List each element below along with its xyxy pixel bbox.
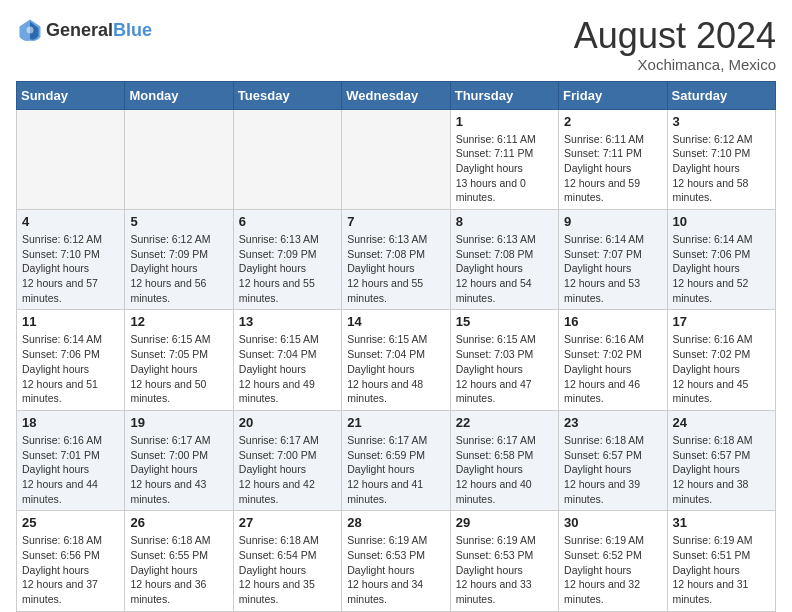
calendar-day-cell: 13 Sunrise: 6:15 AM Sunset: 7:04 PM Dayl… xyxy=(233,310,341,410)
calendar-day-cell: 18 Sunrise: 6:16 AM Sunset: 7:01 PM Dayl… xyxy=(17,410,125,510)
day-info: Sunrise: 6:17 AM Sunset: 7:00 PM Dayligh… xyxy=(130,433,227,506)
weekday-header-friday: Friday xyxy=(559,81,667,109)
logo-blue: Blue xyxy=(113,20,152,40)
day-number: 14 xyxy=(347,314,444,329)
calendar-day-cell xyxy=(233,109,341,209)
day-number: 26 xyxy=(130,515,227,530)
day-number: 1 xyxy=(456,114,553,129)
calendar-day-cell: 30 Sunrise: 6:19 AM Sunset: 6:52 PM Dayl… xyxy=(559,511,667,611)
day-info: Sunrise: 6:19 AM Sunset: 6:51 PM Dayligh… xyxy=(673,533,770,606)
day-info: Sunrise: 6:13 AM Sunset: 7:08 PM Dayligh… xyxy=(347,232,444,305)
day-info: Sunrise: 6:13 AM Sunset: 7:08 PM Dayligh… xyxy=(456,232,553,305)
logo: GeneralBlue xyxy=(16,16,152,44)
calendar-day-cell: 2 Sunrise: 6:11 AM Sunset: 7:11 PM Dayli… xyxy=(559,109,667,209)
day-info: Sunrise: 6:12 AM Sunset: 7:10 PM Dayligh… xyxy=(22,232,119,305)
calendar-day-cell xyxy=(125,109,233,209)
calendar-day-cell: 10 Sunrise: 6:14 AM Sunset: 7:06 PM Dayl… xyxy=(667,210,775,310)
day-info: Sunrise: 6:18 AM Sunset: 6:54 PM Dayligh… xyxy=(239,533,336,606)
day-number: 28 xyxy=(347,515,444,530)
day-number: 6 xyxy=(239,214,336,229)
day-number: 10 xyxy=(673,214,770,229)
day-number: 31 xyxy=(673,515,770,530)
day-number: 3 xyxy=(673,114,770,129)
calendar-day-cell: 12 Sunrise: 6:15 AM Sunset: 7:05 PM Dayl… xyxy=(125,310,233,410)
calendar-day-cell: 16 Sunrise: 6:16 AM Sunset: 7:02 PM Dayl… xyxy=(559,310,667,410)
day-number: 25 xyxy=(22,515,119,530)
location-subtitle: Xochimanca, Mexico xyxy=(574,56,776,73)
calendar-day-cell: 5 Sunrise: 6:12 AM Sunset: 7:09 PM Dayli… xyxy=(125,210,233,310)
weekday-header-tuesday: Tuesday xyxy=(233,81,341,109)
day-info: Sunrise: 6:17 AM Sunset: 7:00 PM Dayligh… xyxy=(239,433,336,506)
day-number: 29 xyxy=(456,515,553,530)
calendar-week-row: 4 Sunrise: 6:12 AM Sunset: 7:10 PM Dayli… xyxy=(17,210,776,310)
day-info: Sunrise: 6:15 AM Sunset: 7:04 PM Dayligh… xyxy=(239,332,336,405)
calendar-day-cell: 21 Sunrise: 6:17 AM Sunset: 6:59 PM Dayl… xyxy=(342,410,450,510)
day-number: 20 xyxy=(239,415,336,430)
day-info: Sunrise: 6:18 AM Sunset: 6:57 PM Dayligh… xyxy=(564,433,661,506)
day-number: 30 xyxy=(564,515,661,530)
day-info: Sunrise: 6:16 AM Sunset: 7:02 PM Dayligh… xyxy=(564,332,661,405)
calendar-week-row: 18 Sunrise: 6:16 AM Sunset: 7:01 PM Dayl… xyxy=(17,410,776,510)
calendar-day-cell: 7 Sunrise: 6:13 AM Sunset: 7:08 PM Dayli… xyxy=(342,210,450,310)
calendar-day-cell: 25 Sunrise: 6:18 AM Sunset: 6:56 PM Dayl… xyxy=(17,511,125,611)
day-number: 27 xyxy=(239,515,336,530)
day-info: Sunrise: 6:11 AM Sunset: 7:11 PM Dayligh… xyxy=(564,132,661,205)
calendar-day-cell: 31 Sunrise: 6:19 AM Sunset: 6:51 PM Dayl… xyxy=(667,511,775,611)
day-number: 16 xyxy=(564,314,661,329)
calendar-week-row: 1 Sunrise: 6:11 AM Sunset: 7:11 PM Dayli… xyxy=(17,109,776,209)
calendar-day-cell xyxy=(17,109,125,209)
weekday-header-sunday: Sunday xyxy=(17,81,125,109)
day-info: Sunrise: 6:15 AM Sunset: 7:05 PM Dayligh… xyxy=(130,332,227,405)
day-number: 5 xyxy=(130,214,227,229)
day-info: Sunrise: 6:16 AM Sunset: 7:02 PM Dayligh… xyxy=(673,332,770,405)
day-info: Sunrise: 6:18 AM Sunset: 6:56 PM Dayligh… xyxy=(22,533,119,606)
calendar-day-cell: 28 Sunrise: 6:19 AM Sunset: 6:53 PM Dayl… xyxy=(342,511,450,611)
calendar-table: SundayMondayTuesdayWednesdayThursdayFrid… xyxy=(16,81,776,612)
calendar-day-cell: 26 Sunrise: 6:18 AM Sunset: 6:55 PM Dayl… xyxy=(125,511,233,611)
day-info: Sunrise: 6:13 AM Sunset: 7:09 PM Dayligh… xyxy=(239,232,336,305)
calendar-week-row: 25 Sunrise: 6:18 AM Sunset: 6:56 PM Dayl… xyxy=(17,511,776,611)
day-number: 22 xyxy=(456,415,553,430)
day-number: 8 xyxy=(456,214,553,229)
calendar-day-cell: 22 Sunrise: 6:17 AM Sunset: 6:58 PM Dayl… xyxy=(450,410,558,510)
calendar-day-cell: 3 Sunrise: 6:12 AM Sunset: 7:10 PM Dayli… xyxy=(667,109,775,209)
day-info: Sunrise: 6:14 AM Sunset: 7:06 PM Dayligh… xyxy=(22,332,119,405)
calendar-day-cell: 20 Sunrise: 6:17 AM Sunset: 7:00 PM Dayl… xyxy=(233,410,341,510)
day-info: Sunrise: 6:16 AM Sunset: 7:01 PM Dayligh… xyxy=(22,433,119,506)
day-info: Sunrise: 6:19 AM Sunset: 6:53 PM Dayligh… xyxy=(456,533,553,606)
day-number: 11 xyxy=(22,314,119,329)
calendar-day-cell: 19 Sunrise: 6:17 AM Sunset: 7:00 PM Dayl… xyxy=(125,410,233,510)
weekday-header-thursday: Thursday xyxy=(450,81,558,109)
logo-general: General xyxy=(46,20,113,40)
day-number: 2 xyxy=(564,114,661,129)
day-info: Sunrise: 6:18 AM Sunset: 6:55 PM Dayligh… xyxy=(130,533,227,606)
calendar-day-cell: 27 Sunrise: 6:18 AM Sunset: 6:54 PM Dayl… xyxy=(233,511,341,611)
day-number: 9 xyxy=(564,214,661,229)
day-info: Sunrise: 6:17 AM Sunset: 6:58 PM Dayligh… xyxy=(456,433,553,506)
calendar-day-cell: 14 Sunrise: 6:15 AM Sunset: 7:04 PM Dayl… xyxy=(342,310,450,410)
day-number: 19 xyxy=(130,415,227,430)
calendar-day-cell: 24 Sunrise: 6:18 AM Sunset: 6:57 PM Dayl… xyxy=(667,410,775,510)
day-info: Sunrise: 6:14 AM Sunset: 7:06 PM Dayligh… xyxy=(673,232,770,305)
day-info: Sunrise: 6:17 AM Sunset: 6:59 PM Dayligh… xyxy=(347,433,444,506)
day-number: 12 xyxy=(130,314,227,329)
calendar-day-cell: 17 Sunrise: 6:16 AM Sunset: 7:02 PM Dayl… xyxy=(667,310,775,410)
day-number: 21 xyxy=(347,415,444,430)
day-info: Sunrise: 6:14 AM Sunset: 7:07 PM Dayligh… xyxy=(564,232,661,305)
calendar-header-row: SundayMondayTuesdayWednesdayThursdayFrid… xyxy=(17,81,776,109)
calendar-day-cell: 1 Sunrise: 6:11 AM Sunset: 7:11 PM Dayli… xyxy=(450,109,558,209)
day-info: Sunrise: 6:18 AM Sunset: 6:57 PM Dayligh… xyxy=(673,433,770,506)
day-info: Sunrise: 6:15 AM Sunset: 7:03 PM Dayligh… xyxy=(456,332,553,405)
page-header: GeneralBlue August 2024 Xochimanca, Mexi… xyxy=(16,16,776,73)
calendar-day-cell: 29 Sunrise: 6:19 AM Sunset: 6:53 PM Dayl… xyxy=(450,511,558,611)
day-number: 17 xyxy=(673,314,770,329)
day-number: 18 xyxy=(22,415,119,430)
calendar-week-row: 11 Sunrise: 6:14 AM Sunset: 7:06 PM Dayl… xyxy=(17,310,776,410)
day-info: Sunrise: 6:15 AM Sunset: 7:04 PM Dayligh… xyxy=(347,332,444,405)
svg-point-0 xyxy=(27,27,34,34)
weekday-header-saturday: Saturday xyxy=(667,81,775,109)
day-info: Sunrise: 6:11 AM Sunset: 7:11 PM Dayligh… xyxy=(456,132,553,205)
day-number: 13 xyxy=(239,314,336,329)
logo-icon xyxy=(16,16,44,44)
month-year-title: August 2024 xyxy=(574,16,776,56)
